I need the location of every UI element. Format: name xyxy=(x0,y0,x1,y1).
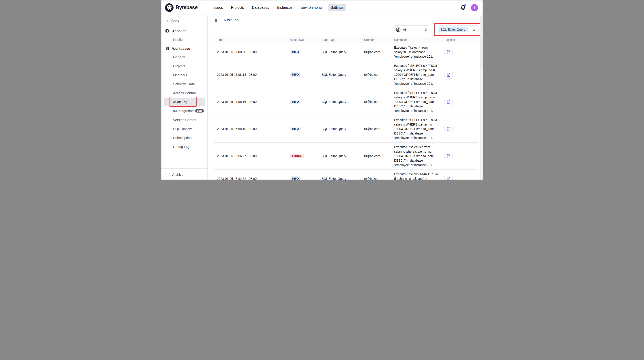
view-payload-button[interactable] xyxy=(444,125,452,133)
cell-audit-type: SQL Editor Query xyxy=(318,170,361,180)
column-header-time: Time xyxy=(214,37,287,43)
sidebar-section-account-label: Account xyxy=(172,29,186,33)
audit-level-badge: ERROR xyxy=(290,154,304,158)
sidebar-item-im-integration[interactable]: IM Integration Beta xyxy=(164,107,205,115)
annotation-rectangle-type-filter: SQL Editor Query xyxy=(434,23,480,36)
scrollbar-thumb[interactable] xyxy=(481,17,482,68)
building-icon xyxy=(165,46,170,51)
settings-sidebar: Back Account Profile xyxy=(162,15,208,180)
cell-creator: t0@bb.com xyxy=(361,88,391,115)
bytebase-logo[interactable]: Bytebase xyxy=(165,3,198,12)
archive-label: Archive xyxy=(172,172,184,176)
table-row: 2023-01-05 17:08:50 +08:00 INFO SQL Edit… xyxy=(214,43,478,61)
person-circle-icon xyxy=(396,27,401,32)
table-header-row: Time Audit Level Audit Type Creator Comm… xyxy=(214,37,478,43)
nav-environments[interactable]: Environments xyxy=(298,4,325,12)
view-payload-button[interactable] xyxy=(444,175,452,180)
column-header-creator: Creator xyxy=(361,37,391,43)
cell-audit-type: SQL Editor Query xyxy=(318,142,361,170)
back-label: Back xyxy=(171,19,179,23)
cell-comment: Executed `"SELECT s.* FROM salary s WHER… xyxy=(391,115,441,142)
back-button[interactable]: Back xyxy=(162,18,207,24)
sidebar-section-workspace-label: Workspace xyxy=(172,47,190,50)
cell-audit-type: SQL Editor Query xyxy=(318,88,361,115)
column-header-audit-level: Audit Level xyxy=(287,37,318,43)
sidebar-item-sensitive-data[interactable]: Sensitive Data xyxy=(164,80,205,88)
view-payload-button[interactable] xyxy=(444,152,452,160)
audit-type-filter-select[interactable]: SQL Editor Query xyxy=(436,25,478,34)
top-navigation-bar: Bytebase Issues Projects Databases Insta… xyxy=(162,1,482,15)
nav-issues[interactable]: Issues xyxy=(210,4,225,12)
sidebar-item-access-control[interactable]: Access Control xyxy=(164,89,205,97)
cell-audit-type: SQL Editor Query xyxy=(318,43,361,61)
sidebar-item-audit-log[interactable]: Audit Log xyxy=(164,98,205,106)
cell-time: 2023-01-05 17:08:16 +08:00 xyxy=(214,88,287,115)
home-icon[interactable] xyxy=(214,18,218,23)
audit-level-badge: INFO xyxy=(290,100,301,104)
sidebar-item-debug-log[interactable]: Debug Log xyxy=(164,142,205,151)
breadcrumb-chevron-icon: › xyxy=(220,18,222,23)
sidebar-item-profile[interactable]: Profile xyxy=(164,35,205,44)
sidebar-item-general[interactable]: General xyxy=(164,53,205,61)
audit-level-badge: INFO xyxy=(290,50,301,54)
breadcrumb-current: Audit Log xyxy=(224,18,239,22)
audit-level-badge: INFO xyxy=(290,72,301,77)
column-header-payload: Payload xyxy=(441,37,478,43)
vertical-scrollbar[interactable] xyxy=(480,15,482,179)
sidebar-section-account: Account xyxy=(162,28,207,34)
bytebase-logo-text: Bytebase xyxy=(176,5,198,11)
audit-log-page: › Audit Log All SQL xyxy=(208,15,482,180)
sidebar-item-im-integration-label: IM Integration xyxy=(173,109,194,113)
sidebar-item-subscription[interactable]: Subscription xyxy=(164,134,205,142)
user-circle-icon xyxy=(165,29,170,33)
chevron-up-down-icon xyxy=(472,28,476,32)
file-search-icon xyxy=(446,72,451,77)
table-row: 2023-01-05 13:32:52 +08:00 INFO SQL Edit… xyxy=(214,170,478,180)
table-row: 2023-01-05 17:08:16 +08:00 INFO SQL Edit… xyxy=(214,88,478,115)
nav-databases[interactable]: Databases xyxy=(250,4,272,12)
creator-filter-select[interactable]: All xyxy=(393,25,430,34)
breadcrumb: › Audit Log xyxy=(214,18,478,23)
file-search-icon xyxy=(446,50,451,55)
nav-settings[interactable]: Settings xyxy=(328,4,346,12)
beta-badge: Beta xyxy=(195,109,204,112)
audit-level-badge: INFO xyxy=(290,176,301,180)
notification-bell-icon[interactable] xyxy=(460,5,466,11)
sidebar-item-projects[interactable]: Projects xyxy=(164,62,205,70)
cell-time: 2023-01-05 17:08:18 +08:00 xyxy=(214,61,287,88)
cell-time: 2023-01-05 17:08:50 +08:00 xyxy=(214,43,287,61)
bytebase-logo-icon xyxy=(165,3,174,12)
cell-creator: t0@bb.com xyxy=(361,43,391,61)
view-payload-button[interactable] xyxy=(444,71,452,79)
audit-type-filter-value: SQL Editor Query xyxy=(438,27,468,32)
sidebar-item-members[interactable]: Members xyxy=(164,71,205,79)
nav-projects[interactable]: Projects xyxy=(228,4,246,12)
cell-time: 2023-01-05 13:32:52 +08:00 xyxy=(214,170,287,180)
view-payload-button[interactable] xyxy=(444,48,452,56)
creator-filter-value: All xyxy=(403,28,407,32)
audit-log-table: Time Audit Level Audit Type Creator Comm… xyxy=(214,37,478,180)
chevron-left-icon xyxy=(166,19,169,23)
sidebar-item-sql-review[interactable]: SQL Review xyxy=(164,125,205,133)
nav-instances[interactable]: Instances xyxy=(275,4,295,12)
cell-creator: t0@bb.com xyxy=(361,170,391,180)
cell-audit-type: SQL Editor Query xyxy=(318,115,361,142)
main-nav: Issues Projects Databases Instances Envi… xyxy=(210,4,346,12)
cell-creator: t0@bb.com xyxy=(361,115,391,142)
cell-creator: t0@bb.com xyxy=(361,61,391,88)
audit-table-body: 2023-01-05 17:08:50 +08:00 INFO SQL Edit… xyxy=(214,43,478,180)
file-search-icon xyxy=(446,100,451,104)
table-row: 2023-01-05 16:56:57 +08:00 ERROR SQL Edi… xyxy=(214,142,478,170)
view-payload-button[interactable] xyxy=(444,98,452,106)
column-header-audit-type: Audit Type xyxy=(318,37,361,43)
file-search-icon xyxy=(446,176,451,180)
chevron-up-down-icon xyxy=(424,28,428,32)
filter-toolbar: All SQL Editor Query xyxy=(214,23,478,36)
bytebase-window: Bytebase Issues Projects Databases Insta… xyxy=(161,0,483,180)
cell-audit-type: SQL Editor Query xyxy=(318,61,361,88)
table-row: 2023-01-05 16:58:10 +08:00 INFO SQL Edit… xyxy=(214,115,478,142)
cell-comment: Executed `"SELECT s.* FROM salary s WHER… xyxy=(391,61,441,88)
sidebar-item-version-control[interactable]: Version Control xyxy=(164,116,205,124)
sidebar-item-archive[interactable]: Archive xyxy=(162,168,207,180)
avatar[interactable]: T xyxy=(471,4,478,11)
